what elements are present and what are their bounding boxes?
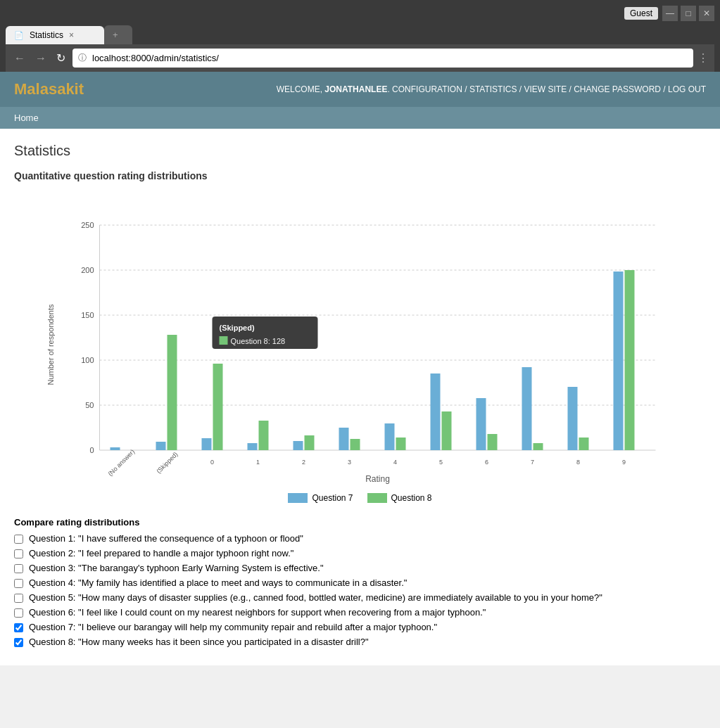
svg-rect-44 [568, 387, 578, 450]
svg-text:4: 4 [393, 459, 397, 466]
svg-rect-20 [202, 438, 212, 450]
question-item-7: Question 7: "I believe our barangay will… [14, 622, 706, 632]
svg-text:100: 100 [81, 356, 94, 364]
question-label-4: Question 4: "My family has identified a … [29, 577, 407, 588]
svg-rect-33 [396, 438, 406, 450]
svg-rect-24 [259, 421, 269, 450]
question-checkbox-4[interactable] [14, 579, 23, 588]
svg-rect-23 [248, 443, 258, 450]
nav-change-password[interactable]: CHANGE PASSWORD [574, 84, 661, 94]
svg-rect-27 [305, 435, 315, 450]
svg-text:5: 5 [439, 459, 443, 466]
svg-rect-26 [293, 441, 303, 450]
question-item-5: Question 5: "How many days of disaster s… [14, 592, 706, 603]
svg-text:Number of respondents: Number of respondents [46, 304, 55, 385]
maximize-button[interactable]: □ [681, 6, 696, 21]
svg-text:250: 250 [81, 221, 94, 229]
question-label-7: Question 7: "I believe our barangay will… [29, 622, 437, 632]
svg-text:50: 50 [85, 401, 94, 409]
close-window-button[interactable]: ✕ [699, 6, 714, 21]
username: JONATHANLEE [324, 84, 387, 94]
app-header: Malasakit WELCOME, JONATHANLEE. CONFIGUR… [0, 72, 720, 107]
guest-label: Guest [624, 7, 658, 20]
tab-title: Statistics [30, 30, 63, 40]
compare-title: Compare rating distributions [14, 517, 706, 528]
forward-button[interactable]: → [32, 51, 49, 66]
svg-rect-38 [476, 398, 486, 450]
lock-icon: ⓘ [78, 52, 87, 64]
svg-text:8: 8 [576, 459, 580, 466]
chart-section: Quantitative question rating distributio… [14, 170, 706, 503]
question-item-8: Question 8: "How many weeks has it been … [14, 637, 706, 647]
svg-rect-17 [156, 442, 166, 450]
chart-title: Quantitative question rating distributio… [14, 170, 706, 181]
legend-q8-label: Question 8 [391, 493, 432, 503]
question-label-3: Question 3: "The barangay's typhoon Earl… [29, 563, 324, 573]
svg-rect-41 [522, 367, 532, 450]
question-item-1: Question 1: "I have suffered the consequ… [14, 533, 706, 544]
active-tab[interactable]: 📄 Statistics × [6, 26, 104, 44]
compare-section: Compare rating distributions Question 1:… [14, 517, 706, 647]
svg-rect-30 [350, 439, 360, 450]
svg-text:200: 200 [81, 266, 94, 274]
svg-rect-21 [213, 364, 223, 450]
question-checkbox-6[interactable] [14, 608, 23, 618]
app-nav: WELCOME, JONATHANLEE. CONFIGURATION / ST… [277, 84, 706, 94]
nav-view-site[interactable]: VIEW SITE [524, 84, 567, 94]
legend-q7-color [288, 493, 308, 503]
breadcrumb-home[interactable]: Home [14, 113, 39, 123]
question-label-2: Question 2: "I feel prepared to handle a… [29, 548, 293, 558]
question-checkbox-1[interactable] [14, 535, 23, 544]
question-checkbox-2[interactable] [14, 549, 23, 558]
svg-rect-39 [488, 434, 498, 450]
questions-list: Question 1: "I have suffered the consequ… [14, 533, 706, 647]
svg-rect-35 [431, 373, 441, 450]
nav-statistics[interactable]: STATISTICS [469, 84, 517, 94]
svg-text:6: 6 [485, 459, 488, 466]
svg-rect-47 [614, 272, 624, 450]
question-item-2: Question 2: "I feel prepared to handle a… [14, 548, 706, 558]
bar-chart: Number of respondents 0 50 100 150 200 2… [21, 190, 699, 485]
question-item-6: Question 6: "I feel like I could count o… [14, 607, 706, 618]
reload-button[interactable]: ↻ [53, 50, 68, 66]
svg-rect-18 [168, 335, 177, 450]
question-item-3: Question 3: "The barangay's typhoon Earl… [14, 563, 706, 573]
svg-text:9: 9 [622, 459, 626, 466]
question-checkbox-3[interactable] [14, 564, 23, 573]
legend-q8-color [367, 493, 387, 503]
address-input[interactable] [89, 51, 688, 65]
welcome-text: WELCOME, [277, 84, 325, 94]
back-button[interactable]: ← [11, 51, 28, 66]
svg-text:1: 1 [256, 459, 260, 466]
svg-rect-42 [533, 443, 543, 450]
svg-text:Rating: Rating [365, 474, 390, 484]
new-tab-button[interactable]: + [104, 25, 132, 44]
svg-rect-53 [220, 336, 228, 345]
tab-close-button[interactable]: × [69, 30, 74, 40]
svg-rect-29 [339, 428, 349, 450]
minimize-button[interactable]: — [662, 6, 678, 21]
svg-text:Question 8: 128: Question 8: 128 [231, 337, 286, 345]
svg-text:(Skipped): (Skipped) [155, 451, 179, 475]
question-checkbox-5[interactable] [14, 594, 23, 603]
svg-rect-45 [579, 438, 589, 450]
question-checkbox-8[interactable] [14, 638, 23, 647]
question-item-4: Question 4: "My family has identified a … [14, 577, 706, 588]
nav-log-out[interactable]: LOG OUT [668, 84, 706, 94]
svg-rect-48 [625, 270, 635, 450]
svg-text:(Skipped): (Skipped) [220, 324, 255, 332]
browser-menu-button[interactable]: ⋮ [697, 51, 709, 65]
svg-text:(No answer): (No answer) [107, 448, 137, 478]
question-checkbox-7[interactable] [14, 623, 23, 632]
svg-text:0: 0 [210, 459, 214, 466]
tab-icon: 📄 [14, 31, 24, 40]
svg-text:150: 150 [81, 311, 94, 319]
app-logo[interactable]: Malasakit [14, 80, 84, 98]
legend-q7: Question 7 [288, 493, 353, 503]
question-label-5: Question 5: "How many days of disaster s… [29, 592, 602, 603]
nav-configuration[interactable]: CONFIGURATION [392, 84, 462, 94]
svg-text:2: 2 [302, 459, 305, 466]
breadcrumb-bar: Home [0, 107, 720, 129]
legend-q8: Question 8 [367, 493, 432, 503]
question-label-1: Question 1: "I have suffered the consequ… [29, 533, 303, 544]
